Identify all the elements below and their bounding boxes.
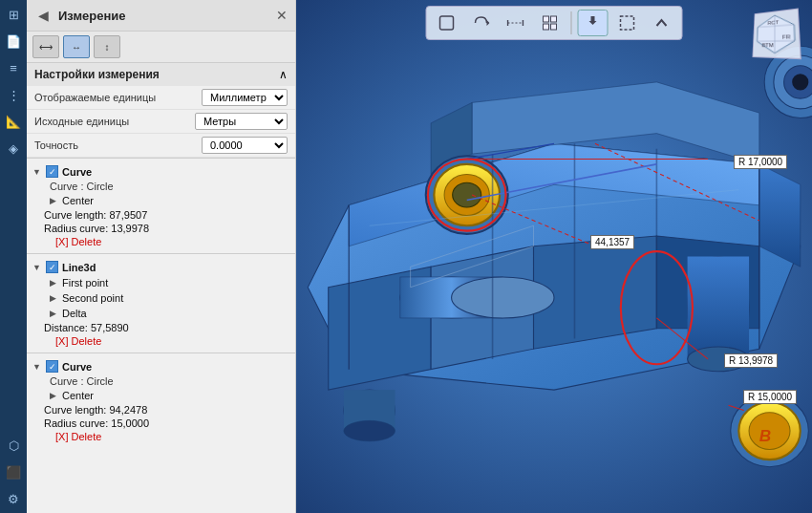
- svg-point-29: [452, 277, 554, 318]
- left-icon-layers[interactable]: ≡: [3, 57, 24, 78]
- vp-btn-collapse[interactable]: [647, 10, 677, 36]
- settings-section: Настройки измерения ∧ Отображаемые едини…: [27, 63, 295, 159]
- panel-title: Измерение: [58, 9, 126, 23]
- svg-rect-8: [551, 24, 557, 30]
- left-icon-3d[interactable]: ⬡: [3, 435, 24, 456]
- settings-collapse-icon[interactable]: ∧: [279, 68, 288, 81]
- divider-1: [27, 253, 295, 254]
- tree-label-line3d: Line3d: [62, 262, 96, 273]
- tree-item-curve2: ▼ Curve Curve : Circle ▶ Center Curve le…: [27, 357, 295, 444]
- tree-row-curve1-header[interactable]: ▼ Curve: [27, 163, 295, 180]
- toolbar-ruler-distance[interactable]: ↔: [63, 35, 90, 58]
- tree-label-curve2-center: Center: [62, 390, 94, 401]
- vp-btn-rotate[interactable]: [466, 10, 497, 36]
- tree-row-curve1-length: Curve length: 87,9507: [27, 208, 295, 222]
- tree-row-line3d-header[interactable]: ▼ Line3d: [27, 259, 295, 275]
- vp-btn-box-select[interactable]: [612, 10, 643, 36]
- svg-rect-0: [440, 16, 454, 30]
- panel-header: ◀ Измерение ✕: [27, 0, 295, 32]
- panel-header-left: ◀ Измерение: [34, 6, 126, 25]
- tree-item-curve1: ▼ Curve Curve : Circle ▶ Center Curve le…: [27, 162, 295, 249]
- tree-checkbox-curve2[interactable]: [46, 360, 58, 373]
- precision-label: Точность: [34, 139, 198, 151]
- left-icon-doc[interactable]: 📄: [3, 31, 24, 52]
- meas-label-r15: R 15,0000: [743, 390, 797, 404]
- left-icon-home[interactable]: ⊞: [3, 4, 24, 25]
- vp-btn-select[interactable]: [432, 10, 462, 36]
- curve2-radius-label: Radius curve: 15,0000: [44, 417, 149, 429]
- nav-cube[interactable]: RCT FR BTM: [751, 10, 799, 57]
- source-units-label: Исходные единицы: [34, 116, 191, 127]
- tree-label-firstpoint: First point: [62, 277, 108, 289]
- tree-label-curve1-center: Center: [62, 195, 94, 206]
- tree-sublabel-curve2-type: Curve : Circle: [27, 374, 295, 388]
- meas-label-r17: R 17,0000: [734, 155, 787, 169]
- svg-text:FR: FR: [782, 33, 791, 40]
- settings-header[interactable]: Настройки измерения ∧: [27, 63, 295, 86]
- settings-row-display-units: Отображаемые единицы Миллиметр Сантиметр…: [27, 86, 295, 110]
- panel-close-button[interactable]: ✕: [276, 8, 288, 23]
- left-icon-tree[interactable]: ⋮: [3, 84, 24, 105]
- panel-content: Настройки измерения ∧ Отображаемые едини…: [27, 63, 295, 513]
- svg-point-49: [344, 420, 395, 440]
- curve1-type: Curve : Circle: [50, 181, 114, 192]
- curve2-length-label: Curve length: 94,2478: [44, 404, 147, 416]
- main-container: ⊞ 📄 ≡ ⋮ 📐 ◈ ⬡ ⬛ ⚙ ◀ Измерение ✕ ⟷ ↔ ↕: [0, 0, 812, 513]
- vp-btn-pan[interactable]: [578, 10, 609, 36]
- curve2-type: Curve : Circle: [50, 375, 114, 387]
- left-icon-view[interactable]: ◈: [3, 138, 24, 159]
- vp-btn-measure-distance[interactable]: [501, 10, 531, 36]
- tree-action-line3d-delete[interactable]: [X] Delete: [27, 334, 295, 348]
- tree-label-curve2: Curve: [62, 361, 92, 373]
- tree-sublabel-curve1-type: Curve : Circle: [27, 180, 295, 193]
- tree-row-line3d-firstpoint[interactable]: ▶ First point: [27, 275, 295, 290]
- tree-row-curve2-center[interactable]: ▶ Center: [27, 388, 295, 403]
- toolbar-ruler-angle[interactable]: ↕: [94, 35, 120, 58]
- tree-checkbox-line3d[interactable]: [46, 261, 58, 273]
- left-icon-settings[interactable]: ⚙: [3, 488, 24, 509]
- svg-point-44: [792, 74, 808, 90]
- tree-row-curve1-center[interactable]: ▶ Center: [27, 193, 295, 208]
- settings-row-precision: Точность 0.0000 0.000 0.00: [27, 134, 295, 158]
- tree-row-curve2-header[interactable]: ▼ Curve: [27, 358, 295, 374]
- curve1-radius-label: Radius curve: 13,9978: [44, 223, 149, 234]
- tree-row-curve2-radius: Radius curve: 15,0000: [27, 417, 295, 430]
- display-units-select[interactable]: Миллиметр Сантиметр Метр: [202, 89, 288, 106]
- svg-marker-1: [487, 20, 490, 26]
- display-units-label: Отображаемые единицы: [34, 92, 198, 103]
- panel-toolbar: ⟷ ↔ ↕: [27, 32, 295, 63]
- left-sidebar: ⊞ 📄 ≡ ⋮ 📐 ◈ ⬡ ⬛ ⚙: [0, 0, 27, 513]
- left-icon-measure[interactable]: 📐: [3, 111, 24, 132]
- tree-row-curve1-radius: Radius curve: 13,9978: [27, 222, 295, 235]
- curve1-length-label: Curve length: 87,9507: [44, 209, 147, 221]
- svg-point-36: [453, 182, 481, 207]
- settings-header-title: Настройки измерения: [34, 68, 160, 81]
- tree-action-curve2-delete[interactable]: [X] Delete: [27, 430, 295, 443]
- tree-label-delta: Delta: [62, 308, 87, 319]
- vp-btn-grid[interactable]: [535, 10, 566, 36]
- nav-cube-inner: RCT FR BTM: [752, 9, 801, 60]
- source-units-select[interactable]: Метры Миллиметры: [195, 113, 288, 130]
- toolbar-ruler-linear[interactable]: ⟷: [32, 35, 59, 58]
- precision-select[interactable]: 0.0000 0.000 0.00: [202, 137, 288, 154]
- 3d-viewport[interactable]: RCT FR BTM: [296, 0, 812, 513]
- tree-section: ▼ Curve Curve : Circle ▶ Center Curve le…: [27, 159, 295, 448]
- svg-rect-31: [688, 257, 749, 359]
- tree-row-line3d-delta[interactable]: ▶ Delta: [27, 306, 295, 321]
- viewport-toolbar: [426, 6, 683, 40]
- svg-rect-9: [621, 16, 634, 30]
- tree-item-line3d: ▼ Line3d ▶ First point ▶ Second point ▶: [27, 258, 295, 349]
- tree-label-secondpoint: Second point: [62, 292, 123, 304]
- measurement-panel: ◀ Измерение ✕ ⟷ ↔ ↕ Настройки измерения …: [27, 0, 296, 513]
- svg-rect-5: [544, 16, 549, 22]
- tree-checkbox-curve1[interactable]: [46, 165, 58, 178]
- tree-label-curve1: Curve: [62, 166, 92, 178]
- divider-2: [27, 353, 295, 353]
- svg-text:RCT: RCT: [768, 19, 780, 26]
- left-icon-shape[interactable]: ⬛: [3, 461, 24, 482]
- panel-back-button[interactable]: ◀: [34, 6, 53, 25]
- tree-row-line3d-secondpoint[interactable]: ▶ Second point: [27, 290, 295, 306]
- tree-action-curve1-delete[interactable]: [X] Delete: [27, 235, 295, 248]
- svg-rect-6: [551, 16, 557, 22]
- line3d-distance-label: Distance: 57,5890: [44, 322, 129, 333]
